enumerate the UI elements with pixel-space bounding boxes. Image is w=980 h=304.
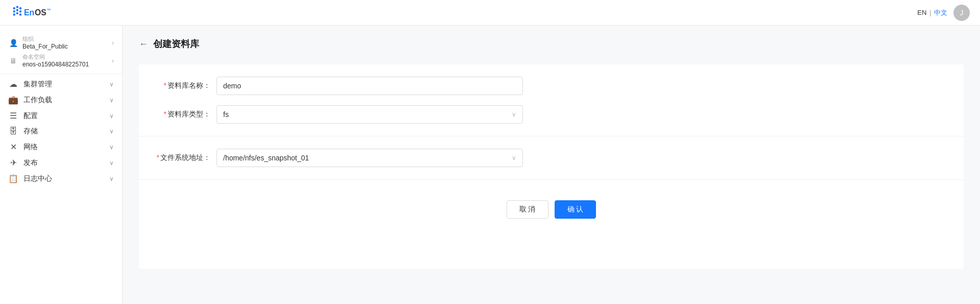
send-icon: ✈ bbox=[8, 158, 18, 168]
confirm-button[interactable]: 确 认 bbox=[555, 200, 596, 219]
sidebar-item-cluster-label: 集群管理 bbox=[23, 80, 52, 89]
sidebar-item-network-label: 网络 bbox=[23, 143, 38, 152]
config-chevron-icon: ∨ bbox=[109, 112, 114, 120]
back-button[interactable]: ← bbox=[139, 39, 148, 49]
svg-text:OS: OS bbox=[35, 8, 46, 17]
sidebar-item-storage-label: 存储 bbox=[23, 127, 38, 136]
lang-zh[interactable]: 中文 bbox=[934, 9, 947, 16]
list-icon: ☰ bbox=[8, 111, 18, 121]
type-required-marker: * bbox=[164, 110, 166, 118]
lang-switch[interactable]: EN | 中文 bbox=[917, 8, 947, 17]
sidebar-item-config-label: 配置 bbox=[23, 111, 38, 121]
network-icon: ✕ bbox=[8, 142, 18, 152]
form-row-name: *资料库名称： bbox=[155, 77, 947, 95]
org-label: 组织 bbox=[22, 35, 68, 43]
org-row[interactable]: 👤 组织 Beta_For_Public › bbox=[8, 34, 114, 52]
cancel-button[interactable]: 取 消 bbox=[507, 200, 548, 219]
logo: En OS ™ bbox=[10, 6, 66, 20]
body-layout: 👤 组织 Beta_For_Public › 🖥 命名空间 enos-o1590… bbox=[0, 26, 980, 304]
fs-select-arrow-icon: ∨ bbox=[512, 154, 516, 161]
sidebar-item-workload[interactable]: 💼 工作负载 ∨ bbox=[0, 92, 122, 108]
network-chevron-icon: ∨ bbox=[109, 144, 114, 151]
page-header: ← 创建资料库 bbox=[139, 38, 964, 50]
name-required-marker: * bbox=[164, 81, 166, 89]
cloud-icon: ☁ bbox=[8, 79, 18, 89]
svg-point-3 bbox=[13, 10, 15, 12]
svg-text:™: ™ bbox=[46, 8, 51, 13]
namespace-value: enos-o15904848225701 bbox=[22, 61, 89, 68]
lang-en[interactable]: EN bbox=[917, 9, 926, 16]
lang-sep: | bbox=[929, 9, 931, 16]
svg-point-6 bbox=[13, 13, 15, 15]
fs-required-marker: * bbox=[157, 153, 159, 161]
form-row-type: *资料库类型： fs ∨ bbox=[155, 105, 947, 124]
svg-point-8 bbox=[19, 13, 21, 15]
type-label: *资料库类型： bbox=[155, 110, 217, 119]
org-namespace-block: 👤 组织 Beta_For_Public › 🖥 命名空间 enos-o1590… bbox=[0, 30, 122, 72]
sidebar-item-logs-label: 日志中心 bbox=[23, 174, 52, 183]
form-card: *资料库名称： *资料库类型： fs ∨ bbox=[139, 64, 964, 269]
avatar[interactable]: J bbox=[953, 5, 970, 21]
type-select-value: fs bbox=[223, 110, 512, 119]
cluster-chevron-icon: ∨ bbox=[109, 81, 114, 88]
namespace-row[interactable]: 🖥 命名空间 enos-o15904848225701 › bbox=[8, 52, 114, 69]
form-row-fs: *文件系统地址： /home/nfs/es_snapshot_01 ∨ bbox=[155, 149, 947, 167]
namespace-label: 命名空间 bbox=[22, 53, 89, 61]
name-label: *资料库名称： bbox=[155, 81, 217, 90]
fs-select[interactable]: /home/nfs/es_snapshot_01 ∨ bbox=[217, 149, 523, 167]
storage-icon: 🗄 bbox=[8, 127, 18, 136]
type-select-arrow-icon: ∨ bbox=[512, 111, 516, 118]
name-input[interactable] bbox=[217, 77, 523, 95]
sidebar-item-logs[interactable]: 📋 日志中心 ∨ bbox=[0, 171, 122, 186]
sidebar-item-storage[interactable]: 🗄 存储 ∨ bbox=[0, 124, 122, 139]
org-value: Beta_For_Public bbox=[22, 43, 68, 50]
log-icon: 📋 bbox=[8, 174, 18, 183]
svg-point-2 bbox=[19, 7, 21, 9]
storage-chevron-icon: ∨ bbox=[109, 128, 114, 135]
svg-point-5 bbox=[19, 10, 21, 12]
svg-text:En: En bbox=[24, 8, 34, 17]
sidebar-item-network[interactable]: ✕ 网络 ∨ bbox=[0, 139, 122, 155]
sidebar: 👤 组织 Beta_For_Public › 🖥 命名空间 enos-o1590… bbox=[0, 26, 123, 304]
form-section-fs: *文件系统地址： /home/nfs/es_snapshot_01 ∨ bbox=[139, 136, 964, 180]
page-title: 创建资料库 bbox=[153, 38, 199, 50]
fs-label: *文件系统地址： bbox=[155, 153, 217, 162]
sidebar-divider bbox=[0, 74, 122, 74]
publish-chevron-icon: ∨ bbox=[109, 159, 114, 167]
sidebar-item-cluster[interactable]: ☁ 集群管理 ∨ bbox=[0, 76, 122, 92]
org-chevron-icon[interactable]: › bbox=[112, 39, 114, 46]
svg-point-0 bbox=[13, 7, 15, 9]
sidebar-item-publish-label: 发布 bbox=[23, 158, 38, 168]
workload-chevron-icon: ∨ bbox=[109, 97, 114, 104]
svg-point-4 bbox=[16, 9, 18, 11]
form-actions: 取 消 确 认 bbox=[139, 188, 964, 231]
logs-chevron-icon: ∨ bbox=[109, 175, 114, 182]
type-select[interactable]: fs ∨ bbox=[217, 105, 523, 124]
person-icon: 👤 bbox=[8, 39, 18, 47]
fs-select-value: /home/nfs/es_snapshot_01 bbox=[223, 154, 512, 162]
svg-point-7 bbox=[16, 12, 18, 14]
namespace-chevron-icon[interactable]: › bbox=[112, 57, 114, 64]
sidebar-item-publish[interactable]: ✈ 发布 ∨ bbox=[0, 155, 122, 171]
topnav: En OS ™ EN | 中文 J bbox=[0, 0, 980, 26]
main-content: ← 创建资料库 *资料库名称： *资料库类型： fs bbox=[123, 26, 980, 304]
form-section-basic: *资料库名称： *资料库类型： fs ∨ bbox=[139, 64, 964, 136]
sidebar-item-workload-label: 工作负载 bbox=[23, 96, 52, 105]
svg-point-1 bbox=[16, 6, 18, 8]
briefcase-icon: 💼 bbox=[8, 95, 18, 105]
sidebar-item-config[interactable]: ☰ 配置 ∨ bbox=[0, 108, 122, 124]
topnav-right: EN | 中文 J bbox=[917, 5, 970, 21]
monitor-icon: 🖥 bbox=[8, 57, 18, 65]
